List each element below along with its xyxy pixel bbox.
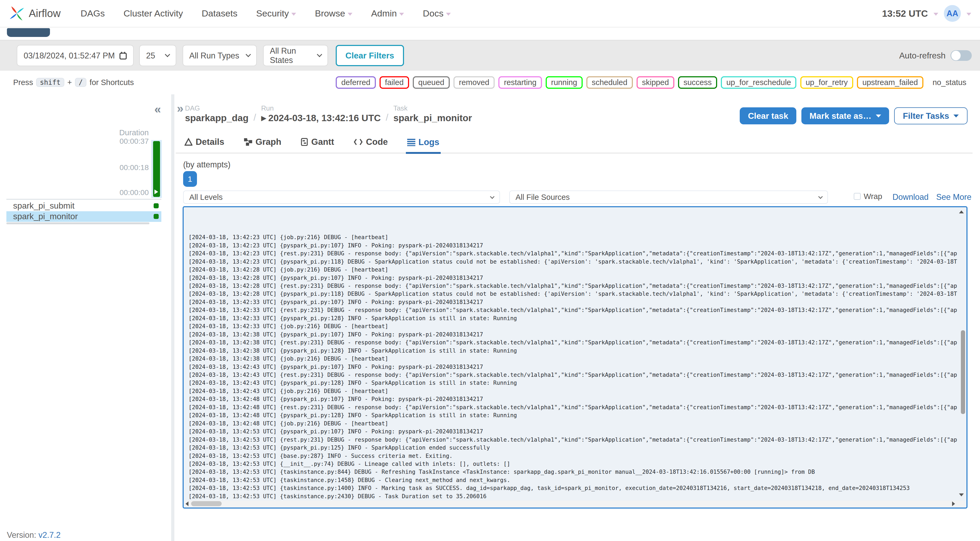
auto-refresh-toggle[interactable] — [950, 50, 972, 61]
state-badge[interactable]: queued — [413, 76, 450, 89]
task-state-success-icon[interactable] — [154, 214, 159, 219]
version-label: Version: — [7, 530, 36, 539]
brand[interactable]: Airflow — [9, 5, 60, 22]
scroll-right-arrow-icon[interactable] — [952, 501, 955, 506]
tab-details[interactable]: Details — [183, 133, 226, 153]
clear-task-button[interactable]: Clear task — [740, 107, 796, 124]
log-line: [2024-03-18, 13:42:53 UTC] {rest.py:231}… — [188, 436, 957, 444]
state-badge[interactable]: up_for_retry — [800, 76, 853, 89]
nav-item[interactable]: Security — [256, 8, 296, 19]
scroll-left-arrow-icon[interactable] — [186, 501, 188, 506]
tab-code[interactable]: Code — [352, 133, 389, 153]
run-value[interactable]: 2024-03-18, 13:42:16 UTC — [268, 113, 380, 123]
state-badge[interactable]: success — [678, 76, 717, 89]
task-value[interactable]: spark_pi_monitor — [393, 113, 472, 123]
avatar[interactable]: AA — [944, 5, 961, 22]
caret-down-icon — [348, 13, 352, 16]
state-badge[interactable]: no_status — [927, 76, 972, 89]
breadcrumb-task[interactable]: Task spark_pi_monitor — [393, 104, 472, 123]
nav-item[interactable]: Datasets — [202, 8, 237, 19]
code-icon — [353, 138, 363, 146]
task-actions: Clear task Mark state as… Filter Tasks — [740, 107, 967, 124]
wrap-control[interactable]: Wrap — [854, 192, 882, 201]
log-line: [2024-03-18, 13:42:33 UTC] {job.py:216} … — [188, 322, 957, 330]
graph-icon — [244, 138, 253, 146]
breadcrumb-dag[interactable]: DAG sparkapp_dag — [185, 104, 248, 123]
log-panel[interactable]: [2024-03-18, 13:42:23 UTC] {job.py:216} … — [183, 206, 967, 509]
run-types-select[interactable]: All Run Types — [183, 45, 257, 66]
caret-down-icon — [291, 13, 296, 16]
task-row[interactable]: spark_pi_submit — [6, 200, 161, 211]
version-line: Version: v2.7.2 — [7, 530, 60, 540]
nav-item[interactable]: Docs — [423, 8, 451, 19]
log-line: [2024-03-18, 13:42:23 UTC] {pyspark_pi.p… — [188, 258, 957, 266]
state-badge[interactable]: deferred — [336, 76, 375, 89]
state-badge[interactable]: running — [546, 76, 582, 89]
collapse-sidebar-icon[interactable]: « — [154, 103, 161, 116]
sidebar-splitter[interactable] — [171, 94, 174, 541]
log-line: [2024-03-18, 13:42:43 UTC] {rest.py:231}… — [188, 371, 957, 379]
nav-item[interactable]: DAGs — [81, 8, 105, 19]
scroll-up-arrow-icon[interactable] — [959, 210, 964, 213]
log-line: [2024-03-18, 13:42:23 UTC] {rest.py:231}… — [188, 250, 957, 258]
nav-items: DAGs Cluster Activity Datasets Security … — [81, 8, 469, 19]
breadcrumb-run[interactable]: Run ▶ 2024-03-18, 13:42:16 UTC — [261, 104, 380, 123]
download-link[interactable]: Download — [892, 193, 929, 202]
expand-panel-icon[interactable]: » — [177, 102, 183, 115]
nav-item-label: Datasets — [202, 8, 237, 19]
state-badge[interactable]: scheduled — [586, 76, 633, 89]
attempt-1-button[interactable]: 1 — [183, 171, 197, 187]
nav-item[interactable]: Admin — [371, 8, 404, 19]
nav-item[interactable]: Cluster Activity — [124, 8, 183, 19]
state-badge[interactable]: removed — [453, 76, 495, 89]
run-label: Run — [261, 104, 380, 112]
log-line: [2024-03-18, 13:42:53 UTC] {pyspark_pi.p… — [188, 428, 957, 436]
state-badge[interactable]: restarting — [498, 76, 542, 89]
duration-tick: 00:00:37 — [119, 137, 149, 146]
task-state-success-icon[interactable] — [154, 203, 159, 208]
horizontal-scrollbar-thumb[interactable] — [191, 501, 222, 506]
run-states-select[interactable]: All Run States — [263, 45, 328, 66]
chevron-down-icon — [818, 194, 822, 199]
log-sources-select[interactable]: All File Sources — [509, 191, 828, 204]
scroll-down-arrow-icon[interactable] — [959, 493, 964, 496]
run-duration-bar[interactable] — [153, 141, 160, 197]
filter-tasks-button[interactable]: Filter Tasks — [894, 107, 967, 124]
log-line: [2024-03-18, 13:42:28 UTC] {job.py:216} … — [188, 266, 957, 274]
log-line: [2024-03-18, 13:42:43 UTC] {job.py:216} … — [188, 387, 957, 395]
manual-run-play-icon — [154, 189, 158, 194]
clock[interactable]: 13:52 UTC — [882, 8, 928, 19]
log-line: [2024-03-18, 13:42:38 UTC] {job.py:216} … — [188, 355, 957, 363]
log-levels-select[interactable]: All Levels — [183, 191, 500, 204]
state-badge[interactable]: failed — [380, 76, 409, 89]
see-more-link[interactable]: See More — [936, 193, 971, 202]
run-date-input[interactable]: 03/18/2024, 01:52:47 PM — [17, 45, 134, 66]
task-detail-panel: » DAG sparkapp_dag / Run ▶ 2024-03-18, 1… — [176, 94, 972, 541]
nav-item-label: Security — [256, 8, 289, 19]
state-badge[interactable]: up_for_reschedule — [721, 76, 796, 89]
user-caret-down-icon[interactable] — [966, 13, 971, 16]
task-row[interactable]: spark_pi_monitor — [6, 211, 161, 222]
vertical-scrollbar-thumb[interactable] — [961, 330, 965, 414]
run-duration-column[interactable] — [151, 140, 162, 198]
log-line: [2024-03-18, 13:42:53 UTC] {taskinstance… — [188, 476, 957, 484]
nav-item-label: Docs — [423, 8, 444, 19]
tab-logs[interactable]: Logs — [406, 133, 441, 154]
clock-caret-down-icon[interactable] — [934, 13, 938, 16]
task-name: spark_pi_monitor — [13, 212, 154, 221]
dag-value[interactable]: sparkapp_dag — [185, 113, 248, 123]
log-line: [2024-03-18, 13:42:28 UTC] {pyspark_pi.p… — [188, 290, 957, 298]
task-list-divider — [6, 199, 161, 200]
tab-gantt[interactable]: Gantt — [299, 133, 335, 153]
state-badge[interactable]: upstream_failed — [857, 76, 923, 89]
nav-item[interactable]: Browse — [315, 8, 352, 19]
tab-graph[interactable]: Graph — [242, 133, 283, 153]
horizontal-scrollbar[interactable] — [185, 501, 965, 507]
version-link[interactable]: v2.7.2 — [38, 530, 60, 539]
mark-state-button[interactable]: Mark state as… — [801, 107, 889, 124]
wrap-checkbox[interactable] — [854, 193, 861, 200]
task-list-scrollbar[interactable] — [6, 223, 150, 224]
state-badge[interactable]: skipped — [636, 76, 675, 89]
page-size-select[interactable]: 25 — [139, 45, 176, 66]
clear-filters-button[interactable]: Clear Filters — [336, 45, 404, 66]
